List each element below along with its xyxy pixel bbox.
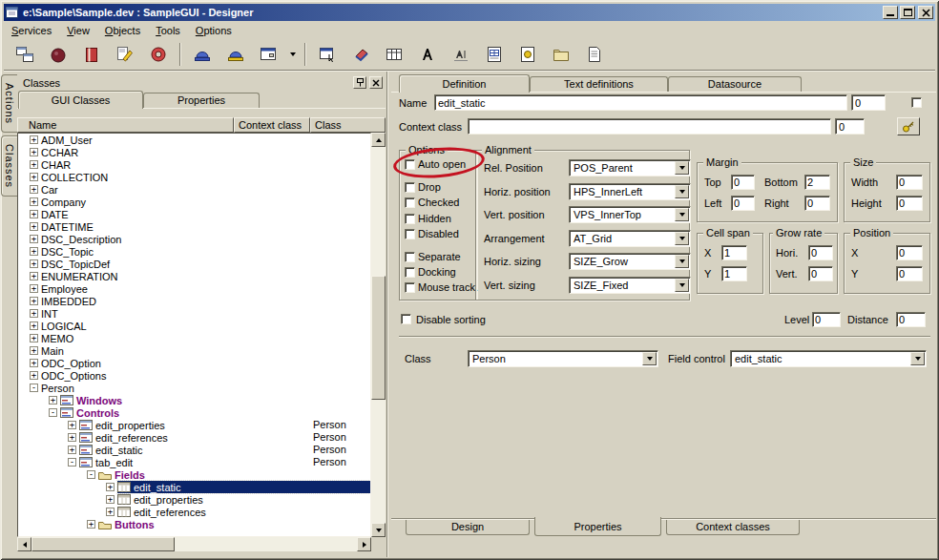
tree-item-company[interactable]: +Company [18, 196, 370, 208]
tree-item-odc-options[interactable]: +ODC_Options [18, 369, 370, 382]
dropdown-arrow[interactable] [675, 232, 689, 245]
expand-toggle[interactable]: + [30, 135, 38, 144]
expand-toggle[interactable]: + [30, 222, 38, 231]
context-class-key-button[interactable] [897, 117, 920, 135]
column-header-context-class[interactable]: Context class [234, 117, 310, 133]
lamp-gold-button[interactable] [220, 41, 251, 68]
mouse-track-checkbox[interactable] [405, 282, 415, 293]
side-tab-actions[interactable]: Actions [1, 74, 17, 133]
expand-toggle[interactable]: + [30, 185, 38, 194]
grow-rate-vert-input[interactable] [808, 266, 833, 281]
expand-toggle[interactable]: + [30, 334, 38, 342]
tree-item-edit-references[interactable]: +edit_references [18, 506, 370, 518]
tab-definition[interactable]: Definition [399, 74, 530, 93]
expand-toggle[interactable]: + [68, 433, 76, 442]
expand-toggle[interactable]: + [106, 495, 115, 504]
column-header-name[interactable]: Name [17, 117, 234, 133]
panel-splitter[interactable] [386, 72, 388, 557]
option-drop[interactable]: Drop [405, 180, 441, 194]
tree-item-edit-references[interactable]: +edit_referencesPerson [18, 431, 370, 444]
distance-input[interactable] [896, 312, 926, 327]
option-disabled[interactable]: Disabled [405, 227, 459, 240]
expand-toggle[interactable]: + [68, 421, 76, 429]
expand-toggle[interactable]: + [106, 483, 115, 491]
disabled-checkbox[interactable] [405, 229, 415, 239]
expand-toggle[interactable]: + [87, 520, 95, 529]
name-input[interactable] [434, 94, 847, 111]
maximize-button[interactable] [900, 6, 915, 19]
dialog-button[interactable] [312, 41, 343, 68]
expand-toggle[interactable]: + [30, 173, 38, 181]
vert-position-combo[interactable]: VPS_InnerTop [569, 206, 691, 223]
checked-checkbox[interactable] [405, 197, 415, 208]
panel-close-button[interactable] [369, 76, 383, 89]
paint-button[interactable] [345, 41, 376, 68]
separate-checkbox[interactable] [405, 252, 415, 262]
option-auto-open[interactable]: Auto open [405, 157, 466, 171]
cell-span-x-input[interactable] [721, 245, 747, 260]
tab-properties[interactable]: Properties [534, 517, 661, 536]
tree-item-dsc-topic[interactable]: +DSC_Topic [18, 245, 370, 258]
disable-sorting-checkbox[interactable] [401, 314, 411, 324]
menu-item-options[interactable]: Options [188, 23, 240, 38]
run-button[interactable] [143, 41, 174, 68]
expand-toggle[interactable]: + [30, 148, 38, 156]
scroll-down-button[interactable] [371, 523, 386, 537]
tree-item-enumeration[interactable]: +ENUMERATION [18, 270, 370, 282]
tree-item-person[interactable]: -Person [18, 382, 370, 394]
compile-button[interactable] [43, 41, 73, 68]
tree-item-employee[interactable]: +Employee [18, 282, 370, 295]
expand-toggle[interactable]: - [87, 470, 95, 479]
expand-toggle[interactable]: + [30, 284, 38, 293]
tree-item-collection[interactable]: +COLLECTION [18, 171, 370, 183]
font-button[interactable] [412, 41, 443, 68]
expand-toggle[interactable]: + [30, 297, 38, 305]
expand-toggle[interactable]: - [68, 458, 76, 467]
tree-item-dsc-description[interactable]: +DSC_Description [18, 233, 370, 245]
dock-pin-button[interactable] [353, 76, 366, 89]
tree-item-cchar[interactable]: +CCHAR [18, 146, 370, 158]
library-button[interactable] [76, 41, 107, 68]
tree-item-edit-static[interactable]: +edit_static [18, 481, 370, 493]
tree-item-odc-option[interactable]: +ODC_Option [18, 357, 370, 369]
hidden-checkbox[interactable] [405, 214, 415, 224]
rel-position-combo[interactable]: POS_Parent [569, 159, 691, 176]
workspace-button[interactable] [10, 41, 40, 68]
expand-toggle[interactable]: + [30, 160, 38, 169]
tree-item-buttons[interactable]: +Buttons [18, 518, 370, 530]
dropdown-arrow[interactable] [675, 161, 689, 175]
expand-toggle[interactable]: + [30, 371, 38, 380]
tree-item-car[interactable]: +Car [18, 183, 370, 196]
scroll-right-button[interactable] [357, 537, 371, 551]
tree-item-memo[interactable]: +MEMO [18, 332, 370, 344]
expand-toggle[interactable]: + [30, 259, 38, 268]
tree-item-windows[interactable]: +Windows [18, 394, 370, 406]
option-hidden[interactable]: Hidden [405, 212, 451, 225]
tree-item-date[interactable]: +DATE [18, 208, 370, 220]
scroll-left-button[interactable] [17, 537, 31, 551]
option-docking[interactable]: Docking [405, 265, 456, 279]
tree-item-datetime[interactable]: +DATETIME [18, 220, 370, 233]
tree-item-tab-edit[interactable]: -tab_editPerson [18, 456, 370, 468]
form-combo-button[interactable] [254, 41, 284, 68]
context-class-input[interactable] [468, 118, 831, 135]
dropdown-arrow[interactable] [910, 352, 925, 365]
arrangement-combo[interactable]: AT_Grid [569, 230, 691, 247]
report-button[interactable] [479, 41, 510, 68]
tree-item-fields[interactable]: -Fields [18, 468, 370, 481]
expand-toggle[interactable]: + [30, 272, 38, 280]
expand-toggle[interactable]: + [49, 396, 57, 404]
expand-toggle[interactable]: + [30, 359, 38, 367]
expand-toggle[interactable]: - [30, 384, 38, 392]
expand-toggle[interactable]: + [30, 247, 38, 256]
tree-item-edit-properties[interactable]: +edit_propertiesPerson [18, 419, 370, 431]
margin-top-input[interactable] [731, 175, 755, 190]
tree-item-edit-static[interactable]: +edit_staticPerson [18, 444, 370, 456]
folder-button[interactable] [546, 41, 576, 68]
tree-item-dsc-topicdef[interactable]: +DSC_TopicDef [18, 258, 370, 270]
class-combo[interactable]: Person [468, 350, 658, 367]
field-control-combo[interactable]: edit_static [730, 350, 927, 367]
horiz-sizing-combo[interactable]: SIZE_Grow [569, 253, 691, 270]
tab-text-definitions[interactable]: Text definitions [530, 76, 668, 92]
resource-button[interactable] [512, 41, 543, 68]
